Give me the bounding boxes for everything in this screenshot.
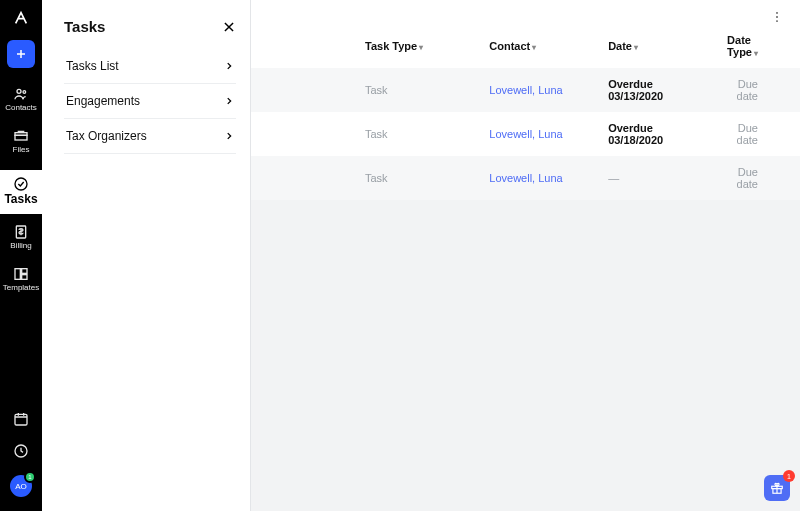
table-row[interactable]: Task Lovewell, Luna Overdue 03/18/2020 D… (251, 112, 800, 156)
avatar-badge: 1 (24, 471, 36, 483)
svg-rect-9 (15, 414, 27, 425)
col-header-contact[interactable]: Contact▾ (479, 34, 598, 68)
table-row[interactable]: Task Lovewell, Luna — Due date (251, 156, 800, 200)
nav-files-label: Files (13, 146, 30, 154)
svg-point-11 (776, 12, 778, 14)
nav-files[interactable]: Files (13, 128, 30, 154)
calendar-button[interactable] (13, 411, 29, 427)
main-empty-area (251, 200, 800, 511)
close-icon (222, 20, 236, 34)
subnav-panel: Tasks Tasks List Engagements Tax Organiz… (42, 0, 251, 511)
user-avatar[interactable]: AO 1 (10, 475, 32, 497)
nav-tasks[interactable]: Tasks (0, 170, 42, 214)
nav-contacts-label: Contacts (5, 104, 37, 112)
svg-rect-7 (22, 269, 27, 274)
sort-icon: ▾ (419, 43, 423, 52)
more-actions-button[interactable] (770, 10, 784, 24)
cell-date-type: Due date (717, 112, 800, 156)
cell-contact-link[interactable]: Lovewell, Luna (479, 68, 598, 112)
nav-rail: Contacts Files Tasks Billing Templates (0, 0, 42, 511)
table-row[interactable]: Task Lovewell, Luna Overdue 03/13/2020 D… (251, 68, 800, 112)
svg-point-13 (776, 20, 778, 22)
sort-icon: ▾ (634, 43, 638, 52)
chevron-right-icon (224, 96, 234, 106)
subnav-close-button[interactable] (222, 20, 236, 34)
subnav-title: Tasks (64, 18, 105, 35)
avatar-initials: AO (15, 482, 27, 491)
col-header-task-type[interactable]: Task Type▾ (251, 34, 479, 68)
nav-contacts[interactable]: Contacts (5, 86, 37, 112)
history-button[interactable] (13, 443, 29, 459)
add-button[interactable] (7, 40, 35, 68)
main-toolbar (251, 0, 800, 34)
whats-new-button[interactable]: 1 (764, 475, 790, 501)
cell-date: Overdue 03/18/2020 (598, 112, 717, 156)
templates-icon (13, 266, 29, 282)
svg-point-12 (776, 16, 778, 18)
subnav-item-tasks-list[interactable]: Tasks List (64, 49, 236, 84)
cell-task-type: Task (251, 68, 479, 112)
svg-point-1 (23, 91, 26, 94)
col-header-date-type[interactable]: Date Type▾ (717, 34, 800, 68)
subnav-item-tax-organizers[interactable]: Tax Organizers (64, 119, 236, 154)
cell-date: — (598, 156, 717, 200)
nav-tasks-label: Tasks (4, 192, 37, 206)
gift-badge: 1 (783, 470, 795, 482)
sort-icon: ▾ (532, 43, 536, 52)
chevron-right-icon (224, 131, 234, 141)
col-header-date[interactable]: Date▾ (598, 34, 717, 68)
nav-billing-label: Billing (10, 242, 31, 250)
kebab-icon (770, 10, 784, 24)
cell-date: Overdue 03/13/2020 (598, 68, 717, 112)
cell-task-type: Task (251, 112, 479, 156)
cell-contact-link[interactable]: Lovewell, Luna (479, 112, 598, 156)
main-area: Task Type▾ Contact▾ Date▾ Date Type▾ Tas… (251, 0, 800, 511)
tasks-icon (13, 176, 29, 192)
svg-point-0 (17, 89, 21, 93)
contacts-icon (13, 86, 29, 102)
tasks-table: Task Type▾ Contact▾ Date▾ Date Type▾ Tas… (251, 34, 800, 200)
svg-rect-8 (22, 275, 27, 280)
sort-icon: ▾ (754, 49, 758, 58)
files-icon (13, 128, 29, 144)
gift-icon (770, 481, 784, 495)
cell-date-type: Due date (717, 68, 800, 112)
svg-rect-6 (15, 269, 20, 280)
subnav-item-label: Tasks List (66, 59, 119, 73)
cell-date-type: Due date (717, 156, 800, 200)
chevron-right-icon (224, 61, 234, 71)
subnav-item-engagements[interactable]: Engagements (64, 84, 236, 119)
nav-billing[interactable]: Billing (10, 224, 31, 250)
subnav-item-label: Engagements (66, 94, 140, 108)
billing-icon (13, 224, 29, 240)
app-logo (13, 10, 29, 26)
cell-contact-link[interactable]: Lovewell, Luna (479, 156, 598, 200)
nav-templates[interactable]: Templates (3, 266, 39, 292)
subnav-item-label: Tax Organizers (66, 129, 147, 143)
history-icon (13, 443, 29, 459)
nav-templates-label: Templates (3, 284, 39, 292)
calendar-icon (13, 411, 29, 427)
cell-task-type: Task (251, 156, 479, 200)
svg-rect-3 (15, 135, 27, 140)
svg-point-4 (15, 178, 27, 190)
